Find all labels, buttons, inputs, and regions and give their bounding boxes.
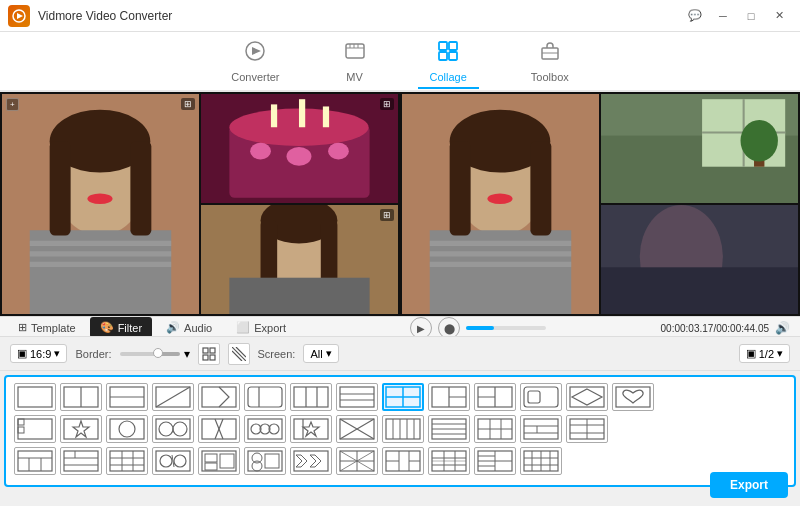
template-20[interactable] bbox=[244, 415, 286, 443]
template-17[interactable] bbox=[106, 415, 148, 443]
template-13[interactable] bbox=[566, 383, 608, 411]
thumbnail-dark bbox=[601, 205, 798, 314]
app-logo bbox=[8, 5, 30, 27]
export-left-button[interactable]: ⬜ Export bbox=[226, 317, 296, 338]
maximize-button[interactable]: □ bbox=[738, 5, 764, 27]
left-controls: ⊞ Template 🎨 Filter 🔊 Audio ⬜ Export bbox=[0, 316, 400, 338]
template-row-3 bbox=[14, 447, 786, 475]
export-icon: ⬜ bbox=[236, 321, 250, 334]
template-22[interactable] bbox=[336, 415, 378, 443]
template-7[interactable] bbox=[290, 383, 332, 411]
svg-rect-97 bbox=[18, 419, 52, 439]
overlay-bottom: ⊞ bbox=[380, 209, 394, 221]
template-3[interactable] bbox=[106, 383, 148, 411]
audio-icon: 🔊 bbox=[166, 321, 180, 334]
template-39[interactable] bbox=[520, 447, 562, 475]
mv-label: MV bbox=[346, 71, 363, 83]
template-4[interactable] bbox=[152, 383, 194, 411]
template-8[interactable] bbox=[336, 383, 378, 411]
collage-cell-0[interactable]: + ⊞ bbox=[2, 94, 199, 314]
template-row-1 bbox=[14, 383, 786, 411]
right-cell-top[interactable] bbox=[601, 94, 798, 203]
add-media-left[interactable]: + bbox=[6, 98, 19, 111]
svg-rect-43 bbox=[430, 241, 572, 246]
page-select[interactable]: ▣ 1/2 ▾ bbox=[739, 344, 790, 363]
template-10[interactable] bbox=[428, 383, 470, 411]
svg-point-105 bbox=[159, 422, 173, 436]
template-18[interactable] bbox=[152, 415, 194, 443]
template-5[interactable] bbox=[198, 383, 240, 411]
template-38[interactable] bbox=[474, 447, 516, 475]
template-25[interactable] bbox=[474, 415, 516, 443]
template-button[interactable]: ⊞ Template bbox=[8, 317, 86, 338]
audio-button[interactable]: 🔊 Audio bbox=[156, 317, 222, 338]
template-26[interactable] bbox=[520, 415, 562, 443]
svg-rect-141 bbox=[18, 451, 52, 471]
filter-button[interactable]: 🎨 Filter bbox=[90, 317, 152, 338]
thumbnail-girl-left bbox=[2, 94, 199, 314]
close-button[interactable]: ✕ bbox=[766, 5, 792, 27]
svg-point-156 bbox=[174, 455, 186, 467]
svg-rect-110 bbox=[248, 419, 282, 439]
right-preview-area bbox=[400, 92, 800, 316]
grid-icon-btn[interactable] bbox=[198, 343, 220, 365]
template-23[interactable] bbox=[382, 415, 424, 443]
svg-rect-133 bbox=[524, 419, 558, 439]
template-11[interactable] bbox=[474, 383, 516, 411]
bottom-section: ▣ 16:9 ▾ Border: ▾ Screen bbox=[0, 336, 800, 506]
nav-item-collage[interactable]: Collage bbox=[418, 36, 479, 89]
ratio-chevron: ▾ bbox=[54, 347, 60, 360]
collage-cell-1[interactable]: ⊞ bbox=[201, 94, 398, 203]
screen-select[interactable]: All ▾ bbox=[303, 344, 338, 363]
screen-label: Screen: bbox=[258, 348, 296, 360]
progress-bar[interactable] bbox=[466, 326, 546, 330]
svg-rect-4 bbox=[346, 44, 364, 58]
template-21[interactable] bbox=[290, 415, 332, 443]
template-34[interactable] bbox=[290, 447, 332, 475]
chat-button[interactable]: 💬 bbox=[682, 5, 708, 27]
template-36[interactable] bbox=[382, 447, 424, 475]
template-15[interactable] bbox=[14, 415, 56, 443]
svg-rect-94 bbox=[570, 387, 604, 407]
right-cell-bottom[interactable] bbox=[601, 205, 798, 314]
template-33[interactable] bbox=[244, 447, 286, 475]
template-37[interactable] bbox=[428, 447, 470, 475]
volume-icon[interactable]: 🔊 bbox=[775, 321, 790, 335]
template-16[interactable] bbox=[60, 415, 102, 443]
template-24[interactable] bbox=[428, 415, 470, 443]
template-35[interactable] bbox=[336, 447, 378, 475]
template-12[interactable] bbox=[520, 383, 562, 411]
svg-rect-18 bbox=[30, 241, 172, 246]
border-chevron: ▾ bbox=[184, 347, 190, 361]
template-14[interactable] bbox=[612, 383, 654, 411]
nav-item-toolbox[interactable]: Toolbox bbox=[519, 36, 581, 89]
pattern-icon-btn[interactable] bbox=[228, 343, 250, 365]
template-19[interactable] bbox=[198, 415, 240, 443]
template-6[interactable] bbox=[244, 383, 286, 411]
nav-item-mv[interactable]: MV bbox=[332, 36, 378, 89]
template-29[interactable] bbox=[60, 447, 102, 475]
border-slider[interactable] bbox=[120, 352, 180, 356]
right-cell-large[interactable] bbox=[402, 94, 599, 314]
svg-point-32 bbox=[287, 147, 312, 166]
nav-item-converter[interactable]: Converter bbox=[219, 36, 291, 89]
template-28[interactable] bbox=[14, 447, 56, 475]
svg-rect-63 bbox=[210, 355, 215, 360]
toolbar-row1: ▣ 16:9 ▾ Border: ▾ Screen bbox=[0, 337, 800, 371]
template-32[interactable] bbox=[198, 447, 240, 475]
collage-cell-2[interactable]: ⊞ bbox=[201, 205, 398, 314]
template-2[interactable] bbox=[60, 383, 102, 411]
template-1[interactable] bbox=[14, 383, 56, 411]
template-30[interactable] bbox=[106, 447, 148, 475]
collage-label: Collage bbox=[430, 71, 467, 83]
template-31[interactable] bbox=[152, 447, 194, 475]
ratio-select[interactable]: ▣ 16:9 ▾ bbox=[10, 344, 67, 363]
template-9[interactable] bbox=[382, 383, 424, 411]
export-button[interactable]: Export bbox=[710, 472, 788, 498]
toolbox-icon bbox=[539, 40, 561, 67]
page-chevron: ▾ bbox=[777, 347, 783, 360]
minimize-button[interactable]: ─ bbox=[710, 5, 736, 27]
svg-rect-9 bbox=[439, 42, 447, 50]
template-27[interactable] bbox=[566, 415, 608, 443]
svg-rect-45 bbox=[430, 262, 572, 267]
